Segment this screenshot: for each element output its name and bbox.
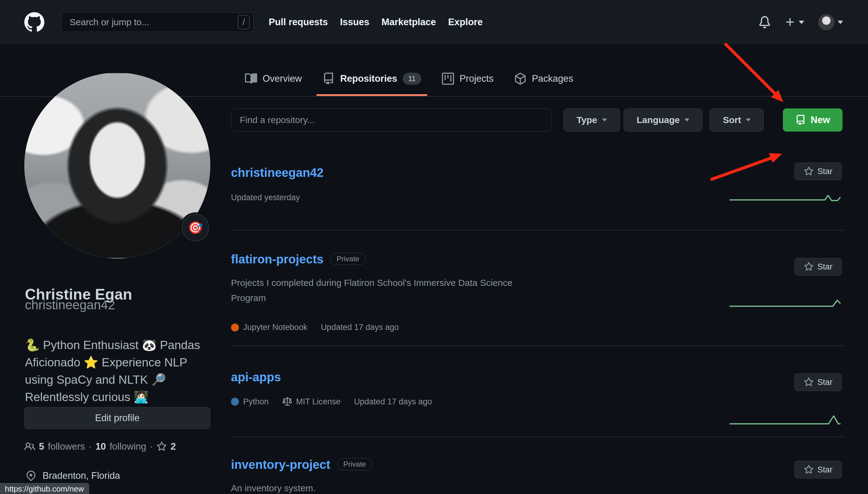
stars-count[interactable]: 2 (170, 441, 176, 452)
repo-link-flatiron-projects[interactable]: flatiron-projects (231, 252, 323, 266)
repo-list-item: christineegan42 Updated yesterday Star (231, 154, 845, 231)
activity-sparkline (729, 488, 841, 494)
find-repository-input[interactable] (231, 109, 552, 132)
repo-language: Jupyter Notebook (231, 323, 307, 332)
chevron-down-icon (684, 118, 689, 121)
type-filter-button[interactable]: Type (564, 109, 620, 132)
repositories-panel: Type Language Sort New christineegan42 (231, 0, 845, 494)
status-bar-link-url: https://github.com/new (0, 483, 89, 494)
star-icon (156, 441, 167, 452)
profile-username: christineegan42 (25, 298, 115, 312)
repo-license: MIT License (282, 397, 341, 406)
repo-list-item: api-apps Python MIT License Updated 17 d… (231, 346, 845, 437)
repo-updated: Updated 17 days ago (354, 397, 432, 406)
repo-language: Python (231, 397, 269, 406)
profile-bio: 🐍 Python Enthusiast 🐼 Pandas Aficionado … (25, 336, 207, 405)
star-icon (804, 262, 814, 272)
github-logo-icon[interactable] (24, 12, 44, 32)
repo-description: An inventory system. (231, 481, 529, 494)
language-filter-button[interactable]: Language (624, 109, 703, 132)
github-profile-page: / Pull requests Issues Marketplace Explo… (0, 0, 868, 494)
location-row: Bradenton, Florida (25, 470, 120, 481)
private-badge: Private (330, 253, 365, 265)
repo-icon (795, 115, 806, 125)
repo-link-inventory-project[interactable]: inventory-project (231, 458, 331, 472)
global-search: / (61, 13, 253, 32)
activity-sparkline (729, 297, 841, 310)
dot-separator: · (150, 441, 153, 452)
new-repository-button[interactable]: New (783, 109, 843, 132)
user-status-badge[interactable]: 🎯 (182, 214, 209, 241)
language-dot (231, 324, 239, 331)
chevron-down-icon (746, 118, 751, 121)
repo-description: Projects I completed during Flatiron Sch… (231, 275, 529, 306)
people-icon (24, 441, 35, 452)
activity-sparkline (729, 191, 841, 204)
repo-list-item: inventory-project Private An inventory s… (231, 437, 845, 494)
chevron-down-icon (602, 118, 607, 121)
followers-count[interactable]: 5 (39, 441, 44, 452)
status-emoji: 🎯 (188, 221, 203, 235)
repo-updated: Updated 17 days ago (321, 323, 399, 332)
star-button[interactable]: Star (794, 461, 842, 478)
following-count[interactable]: 10 (95, 441, 106, 452)
activity-sparkline (729, 414, 841, 428)
dot-separator: · (89, 441, 92, 452)
star-icon (804, 377, 814, 387)
repo-updated: Updated yesterday (231, 193, 300, 202)
edit-profile-button[interactable]: Edit profile (24, 407, 210, 429)
repo-link-christineegan42[interactable]: christineegan42 (231, 166, 324, 179)
global-search-input[interactable] (69, 17, 238, 27)
followers-label[interactable]: followers (48, 441, 85, 452)
star-icon (804, 465, 814, 475)
repository-filter-bar: Type Language Sort New (231, 109, 845, 132)
star-icon (804, 167, 814, 176)
language-dot (231, 398, 239, 405)
location-pin-icon (25, 470, 36, 481)
law-scales-icon (282, 397, 292, 406)
sort-filter-button[interactable]: Sort (710, 109, 764, 132)
location-text: Bradenton, Florida (42, 470, 120, 481)
repo-link-api-apps[interactable]: api-apps (231, 370, 281, 384)
star-button[interactable]: Star (794, 163, 842, 180)
following-label[interactable]: following (109, 441, 146, 452)
repo-list-item: flatiron-projects Private Projects I com… (231, 231, 845, 346)
followers-row: 5 followers · 10 following · 2 (24, 441, 176, 452)
private-badge: Private (337, 458, 373, 470)
star-button[interactable]: Star (794, 258, 842, 276)
star-button[interactable]: Star (794, 374, 842, 391)
